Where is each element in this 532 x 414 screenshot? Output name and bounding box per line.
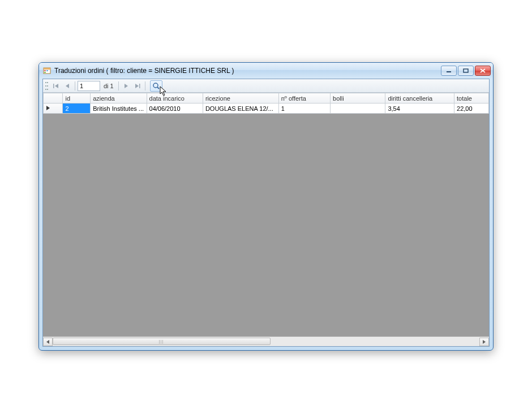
svg-line-10 xyxy=(157,87,159,89)
svg-rect-7 xyxy=(53,84,54,88)
close-button[interactable] xyxy=(475,66,491,76)
window-title: Traduzioni ordini ( filtro: cliente = SI… xyxy=(54,67,441,75)
col-data-incarico[interactable]: data incarico xyxy=(147,93,203,104)
table-row[interactable]: 2 British Institutes ... 04/06/2010 DOUG… xyxy=(44,104,489,114)
cell-ricezione[interactable]: DOUGLAS ELENA 12/... xyxy=(203,104,278,114)
col-bolli[interactable]: bolli xyxy=(331,93,385,104)
col-totale[interactable]: totale xyxy=(454,93,489,104)
nav-prev-button[interactable] xyxy=(62,81,72,91)
svg-rect-6 xyxy=(464,69,468,72)
nav-next-button[interactable] xyxy=(121,81,131,91)
data-grid[interactable]: id azienda data incarico ricezione nº of… xyxy=(43,93,489,346)
svg-rect-2 xyxy=(44,70,46,71)
svg-rect-4 xyxy=(44,72,46,73)
window-controls xyxy=(441,66,491,76)
row-header-corner[interactable] xyxy=(44,93,63,104)
scroll-track[interactable] xyxy=(53,338,479,346)
scroll-left-button[interactable] xyxy=(43,338,53,346)
search-button[interactable] xyxy=(150,80,162,92)
minimize-button[interactable] xyxy=(441,66,457,76)
col-diritti-cancelleria[interactable]: diritti cancelleria xyxy=(385,93,454,104)
app-window: Traduzioni ordini ( filtro: cliente = SI… xyxy=(38,62,494,351)
nav-first-button[interactable] xyxy=(51,81,61,91)
cell-bolli[interactable] xyxy=(331,104,385,114)
scroll-right-button[interactable] xyxy=(479,338,489,346)
col-azienda[interactable]: azienda xyxy=(91,93,147,104)
row-indicator[interactable] xyxy=(44,104,63,114)
col-ricezione[interactable]: ricezione xyxy=(203,93,278,104)
cell-diritti-cancelleria[interactable]: 3,54 xyxy=(385,104,454,114)
horizontal-scrollbar[interactable] xyxy=(43,337,489,346)
toolbar-grip xyxy=(45,82,49,90)
binding-navigator: di 1 xyxy=(43,79,489,93)
col-n-offerta[interactable]: nº offerta xyxy=(278,93,330,104)
svg-rect-3 xyxy=(46,70,48,71)
cell-totale[interactable]: 22,00 xyxy=(454,104,489,114)
svg-rect-5 xyxy=(447,71,451,72)
titlebar[interactable]: Traduzioni ordini ( filtro: cliente = SI… xyxy=(39,63,493,79)
page-number-input[interactable] xyxy=(78,81,100,91)
client-area: di 1 xyxy=(42,79,490,347)
app-icon xyxy=(42,66,52,75)
svg-rect-8 xyxy=(139,84,140,88)
page-total-label: di 1 xyxy=(101,83,116,89)
cell-azienda[interactable]: British Institutes ... xyxy=(91,104,147,114)
svg-rect-1 xyxy=(44,68,50,70)
col-id[interactable]: id xyxy=(63,93,91,104)
maximize-button[interactable] xyxy=(458,66,474,76)
header-row: id azienda data incarico ricezione nº of… xyxy=(44,93,489,104)
nav-last-button[interactable] xyxy=(132,81,143,91)
cell-n-offerta[interactable]: 1 xyxy=(278,104,330,114)
cell-id[interactable]: 2 xyxy=(63,104,91,114)
cell-data-incarico[interactable]: 04/06/2010 xyxy=(147,104,203,114)
svg-point-9 xyxy=(153,83,158,88)
grid-empty-area xyxy=(43,114,489,337)
scroll-thumb[interactable] xyxy=(53,338,271,345)
